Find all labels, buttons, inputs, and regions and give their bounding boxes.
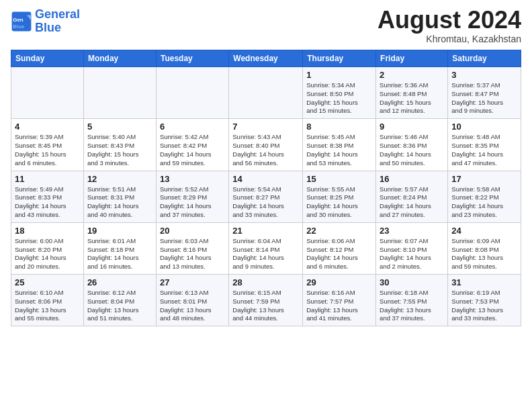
location-subtitle: Khromtau, Kazakhstan bbox=[378, 34, 521, 44]
calendar-cell: 8Sunrise: 5:45 AM Sunset: 8:38 PM Daylig… bbox=[303, 119, 376, 171]
day-number: 1 bbox=[306, 70, 372, 80]
calendar-cell: 9Sunrise: 5:46 AM Sunset: 8:36 PM Daylig… bbox=[376, 119, 448, 171]
calendar-cell bbox=[83, 67, 156, 119]
day-info: Sunrise: 5:37 AM Sunset: 8:47 PM Dayligh… bbox=[451, 81, 517, 116]
day-number: 8 bbox=[306, 122, 372, 132]
day-info: Sunrise: 6:13 AM Sunset: 8:01 PM Dayligh… bbox=[160, 289, 225, 323]
calendar-cell bbox=[156, 67, 228, 119]
day-info: Sunrise: 6:09 AM Sunset: 8:08 PM Dayligh… bbox=[451, 237, 517, 271]
day-info: Sunrise: 6:03 AM Sunset: 8:16 PM Dayligh… bbox=[160, 237, 225, 271]
logo-icon: Gen Blue bbox=[11, 11, 32, 32]
calendar-cell: 29Sunrise: 6:16 AM Sunset: 7:57 PM Dayli… bbox=[303, 275, 376, 326]
day-info: Sunrise: 5:36 AM Sunset: 8:48 PM Dayligh… bbox=[380, 81, 444, 116]
calendar-week-5: 25Sunrise: 6:10 AM Sunset: 8:06 PM Dayli… bbox=[11, 275, 521, 326]
day-number: 25 bbox=[15, 277, 80, 287]
svg-text:Gen: Gen bbox=[13, 17, 24, 23]
day-info: Sunrise: 6:00 AM Sunset: 8:20 PM Dayligh… bbox=[15, 237, 80, 271]
day-info: Sunrise: 5:39 AM Sunset: 8:45 PM Dayligh… bbox=[15, 133, 80, 167]
day-info: Sunrise: 5:55 AM Sunset: 8:25 PM Dayligh… bbox=[306, 185, 372, 220]
day-info: Sunrise: 5:46 AM Sunset: 8:36 PM Dayligh… bbox=[380, 133, 444, 167]
weekday-header-tuesday: Tuesday bbox=[156, 50, 228, 67]
weekday-header-friday: Friday bbox=[376, 50, 448, 67]
weekday-header-saturday: Saturday bbox=[448, 50, 521, 67]
calendar-cell: 27Sunrise: 6:13 AM Sunset: 8:01 PM Dayli… bbox=[156, 275, 228, 326]
weekday-header-sunday: Sunday bbox=[11, 50, 84, 67]
calendar-cell: 24Sunrise: 6:09 AM Sunset: 8:08 PM Dayli… bbox=[448, 222, 521, 274]
calendar-cell: 11Sunrise: 5:49 AM Sunset: 8:33 PM Dayli… bbox=[11, 171, 84, 222]
day-info: Sunrise: 6:06 AM Sunset: 8:12 PM Dayligh… bbox=[306, 237, 372, 271]
page: Gen Blue General Blue August 2024 Khromt… bbox=[0, 0, 532, 332]
day-number: 28 bbox=[232, 277, 299, 287]
calendar-cell: 15Sunrise: 5:55 AM Sunset: 8:25 PM Dayli… bbox=[303, 171, 376, 222]
day-number: 19 bbox=[87, 226, 152, 236]
calendar-cell: 13Sunrise: 5:52 AM Sunset: 8:29 PM Dayli… bbox=[156, 171, 228, 222]
day-number: 27 bbox=[160, 277, 225, 287]
day-info: Sunrise: 5:52 AM Sunset: 8:29 PM Dayligh… bbox=[160, 185, 225, 220]
calendar-cell: 18Sunrise: 6:00 AM Sunset: 8:20 PM Dayli… bbox=[11, 222, 84, 274]
calendar-cell: 23Sunrise: 6:07 AM Sunset: 8:10 PM Dayli… bbox=[376, 222, 448, 274]
day-info: Sunrise: 5:49 AM Sunset: 8:33 PM Dayligh… bbox=[15, 185, 80, 220]
weekday-header-row: SundayMondayTuesdayWednesdayThursdayFrid… bbox=[11, 50, 521, 67]
day-number: 10 bbox=[451, 122, 517, 132]
day-number: 24 bbox=[451, 226, 517, 236]
day-number: 18 bbox=[15, 226, 80, 236]
day-info: Sunrise: 5:43 AM Sunset: 8:40 PM Dayligh… bbox=[232, 133, 299, 167]
calendar-cell: 21Sunrise: 6:04 AM Sunset: 8:14 PM Dayli… bbox=[229, 222, 303, 274]
svg-text:Blue: Blue bbox=[13, 23, 25, 29]
weekday-header-monday: Monday bbox=[83, 50, 156, 67]
day-number: 14 bbox=[232, 174, 299, 184]
calendar-week-2: 4Sunrise: 5:39 AM Sunset: 8:45 PM Daylig… bbox=[11, 119, 521, 171]
day-number: 6 bbox=[160, 122, 225, 132]
calendar-cell: 6Sunrise: 5:42 AM Sunset: 8:42 PM Daylig… bbox=[156, 119, 228, 171]
day-number: 20 bbox=[160, 226, 225, 236]
day-number: 2 bbox=[380, 70, 444, 80]
day-info: Sunrise: 5:34 AM Sunset: 8:50 PM Dayligh… bbox=[306, 81, 372, 116]
calendar-cell: 3Sunrise: 5:37 AM Sunset: 8:47 PM Daylig… bbox=[448, 67, 521, 119]
day-info: Sunrise: 5:54 AM Sunset: 8:27 PM Dayligh… bbox=[232, 185, 299, 220]
day-info: Sunrise: 5:51 AM Sunset: 8:31 PM Dayligh… bbox=[87, 185, 152, 220]
calendar-cell: 26Sunrise: 6:12 AM Sunset: 8:04 PM Dayli… bbox=[83, 275, 156, 326]
title-block: August 2024 Khromtau, Kazakhstan bbox=[378, 8, 521, 44]
day-info: Sunrise: 6:15 AM Sunset: 7:59 PM Dayligh… bbox=[232, 289, 299, 323]
day-number: 4 bbox=[15, 122, 80, 132]
calendar-cell bbox=[11, 67, 84, 119]
day-number: 30 bbox=[380, 277, 444, 287]
day-number: 15 bbox=[306, 174, 372, 184]
calendar-cell: 7Sunrise: 5:43 AM Sunset: 8:40 PM Daylig… bbox=[229, 119, 303, 171]
day-info: Sunrise: 6:07 AM Sunset: 8:10 PM Dayligh… bbox=[380, 237, 444, 271]
day-number: 23 bbox=[380, 226, 444, 236]
calendar-cell: 5Sunrise: 5:40 AM Sunset: 8:43 PM Daylig… bbox=[83, 119, 156, 171]
calendar-cell: 25Sunrise: 6:10 AM Sunset: 8:06 PM Dayli… bbox=[11, 275, 84, 326]
calendar-cell: 10Sunrise: 5:48 AM Sunset: 8:35 PM Dayli… bbox=[448, 119, 521, 171]
month-title: August 2024 bbox=[378, 8, 521, 32]
day-info: Sunrise: 6:04 AM Sunset: 8:14 PM Dayligh… bbox=[232, 237, 299, 271]
day-number: 21 bbox=[232, 226, 299, 236]
day-info: Sunrise: 5:57 AM Sunset: 8:24 PM Dayligh… bbox=[380, 185, 444, 220]
calendar-cell: 14Sunrise: 5:54 AM Sunset: 8:27 PM Dayli… bbox=[229, 171, 303, 222]
day-number: 9 bbox=[380, 122, 444, 132]
calendar-cell bbox=[229, 67, 303, 119]
calendar-week-4: 18Sunrise: 6:00 AM Sunset: 8:20 PM Dayli… bbox=[11, 222, 521, 274]
day-number: 17 bbox=[451, 174, 517, 184]
day-number: 29 bbox=[306, 277, 372, 287]
day-number: 5 bbox=[87, 122, 152, 132]
calendar-cell: 30Sunrise: 6:18 AM Sunset: 7:55 PM Dayli… bbox=[376, 275, 448, 326]
header: Gen Blue General Blue August 2024 Khromt… bbox=[11, 8, 521, 44]
calendar-cell: 31Sunrise: 6:19 AM Sunset: 7:53 PM Dayli… bbox=[448, 275, 521, 326]
calendar-cell: 2Sunrise: 5:36 AM Sunset: 8:48 PM Daylig… bbox=[376, 67, 448, 119]
day-info: Sunrise: 6:16 AM Sunset: 7:57 PM Dayligh… bbox=[306, 289, 372, 323]
day-info: Sunrise: 5:48 AM Sunset: 8:35 PM Dayligh… bbox=[451, 133, 517, 167]
calendar-cell: 17Sunrise: 5:58 AM Sunset: 8:22 PM Dayli… bbox=[448, 171, 521, 222]
day-number: 16 bbox=[380, 174, 444, 184]
day-info: Sunrise: 5:45 AM Sunset: 8:38 PM Dayligh… bbox=[306, 133, 372, 167]
day-number: 7 bbox=[232, 122, 299, 132]
day-info: Sunrise: 5:58 AM Sunset: 8:22 PM Dayligh… bbox=[451, 185, 517, 220]
calendar-cell: 4Sunrise: 5:39 AM Sunset: 8:45 PM Daylig… bbox=[11, 119, 84, 171]
day-info: Sunrise: 5:42 AM Sunset: 8:42 PM Dayligh… bbox=[160, 133, 225, 167]
day-number: 13 bbox=[160, 174, 225, 184]
day-number: 3 bbox=[451, 70, 517, 80]
calendar-cell: 28Sunrise: 6:15 AM Sunset: 7:59 PM Dayli… bbox=[229, 275, 303, 326]
weekday-header-thursday: Thursday bbox=[303, 50, 376, 67]
day-info: Sunrise: 6:12 AM Sunset: 8:04 PM Dayligh… bbox=[87, 289, 152, 323]
day-info: Sunrise: 6:18 AM Sunset: 7:55 PM Dayligh… bbox=[380, 289, 444, 323]
